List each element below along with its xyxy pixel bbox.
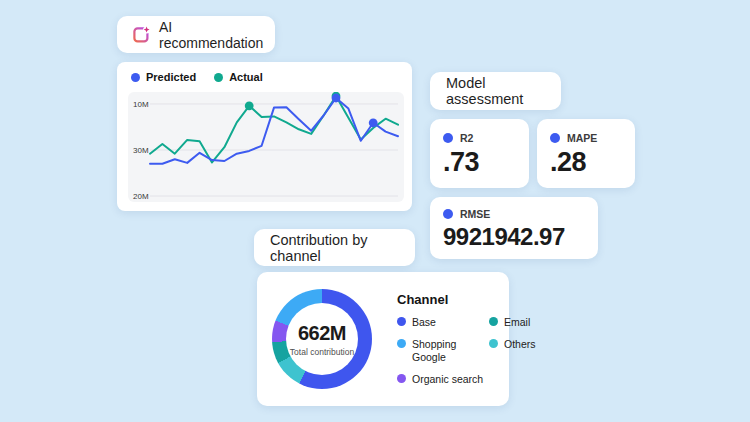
email-dot-icon	[489, 317, 498, 326]
rmse-dot-icon	[443, 209, 453, 219]
contribution-chart-card: 662M Total contribution Channel Base Ema…	[257, 272, 509, 406]
legend-item-predicted[interactable]: Predicted	[131, 71, 196, 83]
metric-card-mape: MAPE .28	[537, 119, 635, 188]
legend-label-actual: Actual	[229, 71, 263, 83]
prediction-chart-card: Predicted Actual 10M30M20M	[117, 62, 412, 211]
rmse-label: RMSE	[460, 208, 490, 220]
ai-recommendation-button[interactable]: AI recommendation	[117, 16, 275, 53]
email-label: Email	[504, 316, 530, 329]
ai-sparkle-icon	[133, 26, 151, 44]
legend-item-base[interactable]: Base	[397, 316, 485, 329]
metric-card-r2: R2 .73	[430, 119, 529, 188]
shopping-google-label: Shopping Google	[412, 338, 472, 364]
legend-item-email[interactable]: Email	[489, 316, 536, 329]
total-contribution-label: Total contribution	[290, 347, 354, 357]
svg-text:20M: 20M	[133, 192, 149, 201]
ai-recommendation-label: AI recommendation	[159, 19, 263, 51]
channel-legend: Channel Base Email Shopping Google Other…	[397, 292, 501, 387]
others-dot-icon	[489, 339, 498, 348]
organic-search-label: Organic search	[412, 373, 483, 386]
legend-label-predicted: Predicted	[146, 71, 196, 83]
dashboard-canvas: AI recommendation Predicted Actual 10M30…	[0, 0, 750, 422]
legend-item-organic-search[interactable]: Organic search	[397, 373, 536, 386]
total-contribution-value: 662M	[298, 322, 346, 345]
r2-label: R2	[460, 132, 473, 144]
legend-item-actual[interactable]: Actual	[214, 71, 263, 83]
r2-value: .73	[430, 144, 529, 178]
r2-dot-icon	[443, 133, 453, 143]
model-assessment-header[interactable]: Model assessment	[430, 72, 561, 110]
rmse-value: 9921942.97	[430, 220, 598, 251]
line-chart-plot: 10M30M20M	[128, 92, 404, 202]
channel-legend-title: Channel	[397, 292, 501, 307]
actual-dot-icon	[214, 73, 223, 82]
legend-item-others[interactable]: Others	[489, 338, 536, 364]
line-chart: 10M30M20M	[128, 92, 404, 202]
others-label: Others	[504, 338, 536, 351]
predicted-dot-icon	[131, 73, 140, 82]
metric-card-rmse: RMSE 9921942.97	[430, 197, 598, 259]
base-dot-icon	[397, 317, 406, 326]
contribution-title: Contribution by channel	[270, 232, 399, 264]
svg-text:30M: 30M	[133, 146, 149, 155]
model-assessment-title: Model assessment	[446, 75, 545, 107]
legend-item-shopping-google[interactable]: Shopping Google	[397, 338, 485, 364]
shopping-google-dot-icon	[397, 339, 406, 348]
base-label: Base	[412, 316, 436, 329]
svg-text:10M: 10M	[133, 100, 149, 109]
donut-center: 662M Total contribution	[286, 303, 358, 375]
prediction-chart-legend: Predicted Actual	[117, 62, 412, 89]
mape-label: MAPE	[567, 132, 597, 144]
organic-search-dot-icon	[397, 374, 406, 383]
donut-chart: 662M Total contribution	[272, 289, 372, 389]
contribution-header[interactable]: Contribution by channel	[254, 229, 415, 266]
mape-value: .28	[537, 144, 635, 178]
mape-dot-icon	[550, 133, 560, 143]
